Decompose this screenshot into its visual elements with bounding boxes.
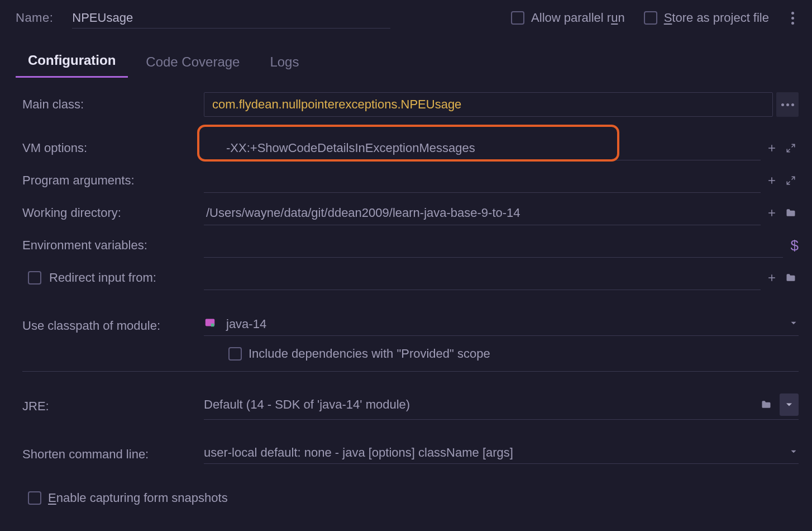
main-class-label: Main class: — [22, 97, 204, 112]
enable-snapshots-checkbox[interactable]: Enable capturing form snapshots — [22, 491, 228, 505]
redirect-input-row: Redirect input from: — [22, 264, 799, 291]
module-icon — [204, 316, 216, 332]
main-class-row: Main class: — [22, 91, 799, 118]
program-arguments-input[interactable] — [204, 168, 761, 193]
checkbox-icon — [511, 11, 524, 25]
allow-parallel-run-label: Allow parallel run — [531, 11, 625, 25]
jre-dropdown[interactable]: Default (14 - SDK of 'java-14' module) — [204, 393, 799, 420]
header-row: Name: Allow parallel run Store as projec… — [0, 0, 812, 31]
checkbox-icon — [228, 347, 242, 361]
redirect-input-checkbox[interactable] — [28, 271, 41, 285]
classpath-module-row: Use classpath of module: java-14 — [22, 312, 799, 339]
checkbox-icon — [644, 11, 657, 25]
folder-icon[interactable] — [758, 397, 774, 413]
tab-logs[interactable]: Logs — [257, 49, 311, 78]
expand-icon[interactable] — [783, 140, 799, 156]
plus-icon[interactable] — [764, 270, 780, 286]
svg-line-2 — [792, 144, 795, 147]
shorten-command-line-row: Shorten command line: user-local default… — [22, 441, 799, 468]
working-directory-label: Working directory: — [22, 206, 204, 220]
environment-variables-row: Environment variables: $ — [22, 232, 799, 259]
store-as-project-file-label: Store as project file — [664, 11, 769, 25]
classpath-module-label: Use classpath of module: — [22, 319, 204, 333]
ellipsis-icon[interactable] — [776, 92, 799, 117]
jre-value: Default (14 - SDK of 'java-14' module) — [204, 397, 410, 412]
tabs: Configuration Code Coverage Logs — [0, 31, 812, 78]
redirect-input-field[interactable] — [204, 266, 761, 290]
store-as-project-file-checkbox[interactable]: Store as project file — [644, 11, 769, 25]
main-class-field[interactable] — [204, 92, 773, 117]
vm-options-input[interactable] — [204, 136, 761, 160]
svg-line-6 — [792, 177, 795, 179]
include-provided-row: Include dependencies with "Provided" sco… — [22, 345, 799, 372]
kebab-vertical-icon[interactable] — [789, 12, 796, 25]
svg-rect-13 — [211, 323, 214, 326]
include-provided-checkbox[interactable]: Include dependencies with "Provided" sco… — [204, 347, 490, 361]
chevron-down-icon — [789, 445, 799, 460]
allow-parallel-run-checkbox[interactable]: Allow parallel run — [511, 11, 625, 25]
program-arguments-label: Program arguments: — [22, 173, 204, 188]
vm-options-label: VM options: — [22, 141, 204, 155]
jre-row: JRE: Default (14 - SDK of 'java-14' modu… — [22, 393, 799, 420]
folder-icon[interactable] — [783, 270, 799, 286]
jre-label: JRE: — [22, 399, 204, 414]
configuration-form: Main class: VM options: Program argument… — [0, 88, 812, 511]
chevron-down-icon[interactable] — [780, 393, 799, 416]
classpath-module-value: java-14 — [226, 317, 266, 331]
name-input[interactable] — [72, 7, 390, 29]
environment-variables-input[interactable] — [204, 233, 783, 258]
plus-icon[interactable] — [764, 140, 780, 156]
shorten-command-line-value: user-local default: none - java [options… — [204, 445, 513, 460]
svg-line-3 — [787, 149, 790, 152]
vm-options-row: VM options: — [22, 135, 799, 162]
include-provided-label: Include dependencies with "Provided" sco… — [249, 347, 490, 361]
plus-icon[interactable] — [764, 173, 780, 188]
enable-snapshots-label: Enable capturing form snapshots — [48, 491, 228, 505]
shorten-command-line-label: Shorten command line: — [22, 447, 204, 462]
chevron-down-icon — [789, 317, 799, 331]
classpath-module-dropdown[interactable]: java-14 — [204, 316, 799, 336]
checkbox-icon — [28, 491, 41, 505]
tab-configuration[interactable]: Configuration — [16, 47, 128, 78]
svg-line-7 — [787, 182, 790, 184]
expand-icon[interactable] — [783, 173, 799, 188]
redirect-input-label: Redirect input from: — [49, 271, 156, 285]
main-class-input[interactable] — [210, 92, 767, 117]
dollar-icon[interactable]: $ — [791, 237, 799, 254]
folder-icon[interactable] — [783, 205, 799, 221]
environment-variables-label: Environment variables: — [22, 238, 204, 253]
tab-code-coverage[interactable]: Code Coverage — [133, 49, 252, 78]
name-label: Name: — [16, 11, 53, 25]
program-arguments-row: Program arguments: — [22, 167, 799, 194]
shorten-command-line-dropdown[interactable]: user-local default: none - java [options… — [204, 445, 799, 464]
working-directory-row: Working directory: — [22, 200, 799, 226]
plus-icon[interactable] — [764, 205, 780, 221]
working-directory-input[interactable] — [204, 201, 761, 225]
enable-snapshots-row: Enable capturing form snapshots — [22, 485, 799, 511]
